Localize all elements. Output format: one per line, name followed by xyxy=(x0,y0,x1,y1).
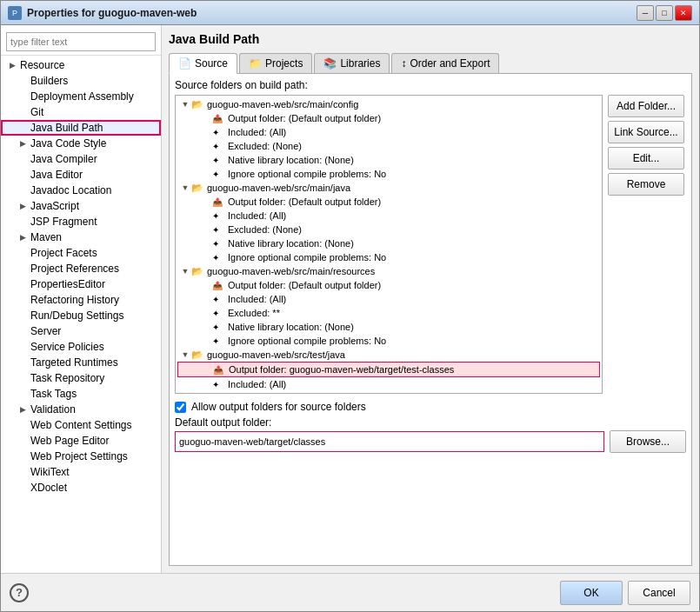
default-folder-input[interactable] xyxy=(175,431,604,452)
add-folder-button[interactable]: Add Folder... xyxy=(608,95,684,117)
tree-text-native3: Native library location: (None) xyxy=(228,322,354,332)
sidebar-item-targeted-runtimes[interactable]: Targeted Runtimes xyxy=(1,355,161,370)
sidebar-item-java-editor[interactable]: Java Editor xyxy=(1,167,161,183)
tree-row-ignore2[interactable]: ✦Ignore optional compile problems: No xyxy=(177,250,600,264)
minimize-button[interactable]: ─ xyxy=(637,5,654,21)
tree-row-src-main-config[interactable]: ▼📂guoguo-maven-web/src/main/config xyxy=(177,97,600,111)
sidebar-label-refactoring-history: Refactoring History xyxy=(30,294,119,306)
link-source-button[interactable]: Link Source... xyxy=(608,121,684,143)
tree-expander-ignore1 xyxy=(200,168,212,180)
sidebar-item-web-content-settings[interactable]: Web Content Settings xyxy=(1,417,161,433)
cancel-button[interactable]: Cancel xyxy=(628,581,690,605)
tree-expander-src-test-java[interactable]: ▼ xyxy=(179,349,191,361)
tab-order-export[interactable]: ↕ Order and Export xyxy=(391,53,499,73)
tree-expander-native1 xyxy=(200,154,212,166)
ok-button[interactable]: OK xyxy=(560,581,623,605)
close-button[interactable]: ✕ xyxy=(675,5,692,21)
sidebar-item-properties-editor[interactable]: PropertiesEditor xyxy=(1,276,161,292)
sidebar-item-javadoc-location[interactable]: Javadoc Location xyxy=(1,183,161,198)
sidebar-label-validation: Validation xyxy=(30,403,76,416)
tree-row-included2[interactable]: ✦Included: (All) xyxy=(177,209,600,223)
sidebar-item-resource[interactable]: ▶Resource xyxy=(1,57,161,73)
tree-row-native1[interactable]: ✦Native library location: (None) xyxy=(177,153,600,167)
tree-expander-src-main-config[interactable]: ▼ xyxy=(179,98,191,110)
tree-row-ignore3[interactable]: ✦Ignore optional compile problems: No xyxy=(177,334,600,348)
help-icon[interactable]: ? xyxy=(10,583,29,602)
tree-expander-src-main-resources[interactable]: ▼ xyxy=(179,265,191,277)
tree-row-included1[interactable]: ✦Included: (All) xyxy=(177,125,600,139)
sidebar-item-service-policies[interactable]: Service Policies xyxy=(1,339,161,355)
maximize-button[interactable]: □ xyxy=(656,5,673,21)
libraries-tab-icon: 📚 xyxy=(323,57,337,70)
remove-button[interactable]: Remove xyxy=(608,173,684,196)
tree-icon-excluded2: ✦ xyxy=(212,223,226,236)
tab-source[interactable]: 📄 Source xyxy=(169,53,237,74)
sidebar-item-java-build-path[interactable]: Java Build Path xyxy=(1,120,161,136)
sidebar-item-xdoclet[interactable]: XDoclet xyxy=(1,480,161,496)
allow-output-checkbox[interactable] xyxy=(175,402,186,413)
tree-row-src-test-java[interactable]: ▼📂guoguo-maven-web/src/test/java xyxy=(177,348,600,362)
tree-row-native3[interactable]: ✦Native library location: (None) xyxy=(177,320,600,334)
tree-row-output4[interactable]: 📤Output folder: guoguo-maven-web/target/… xyxy=(177,362,600,377)
browse-button[interactable]: Browse... xyxy=(610,430,686,453)
allow-output-label: Allow output folders for source folders xyxy=(191,401,366,413)
tree-row-ignore1[interactable]: ✦Ignore optional compile problems: No xyxy=(177,167,600,181)
tree-text-excluded2: Excluded: (None) xyxy=(228,224,302,235)
edit-button[interactable]: Edit... xyxy=(608,147,684,170)
sidebar-label-java-editor: Java Editor xyxy=(30,169,83,181)
sidebar-item-maven[interactable]: ▶Maven xyxy=(1,230,161,245)
sidebar-item-java-code-style[interactable]: ▶Java Code Style xyxy=(1,136,161,151)
filter-input[interactable] xyxy=(6,32,156,51)
tree-icon-excluded1: ✦ xyxy=(212,140,226,152)
main-window: P Properties for guoguo-maven-web ─ □ ✕ … xyxy=(0,0,700,612)
tree-row-included4[interactable]: ✦Included: (All) xyxy=(177,377,600,391)
title-bar: P Properties for guoguo-maven-web ─ □ ✕ xyxy=(1,1,699,25)
tree-row-output3[interactable]: 📤Output folder: (Default output folder) xyxy=(177,278,600,292)
tree-row-native2[interactable]: ✦Native library location: (None) xyxy=(177,236,600,250)
tree-area[interactable]: ▼📂guoguo-maven-web/src/main/config📤Outpu… xyxy=(175,95,603,394)
sidebar-item-wikitext[interactable]: WikiText xyxy=(1,464,161,480)
tree-expander-native3 xyxy=(200,321,212,333)
tree-row-excluded2[interactable]: ✦Excluded: (None) xyxy=(177,223,600,236)
sidebar-item-validation[interactable]: ▶Validation xyxy=(1,402,161,417)
tree-icon-output3: 📤 xyxy=(212,279,226,291)
tree-icon-ignore2: ✦ xyxy=(212,251,226,263)
sidebar-item-builders[interactable]: Builders xyxy=(1,73,161,89)
sidebar-item-refactoring-history[interactable]: Refactoring History xyxy=(1,292,161,308)
sidebar-item-project-references[interactable]: Project References xyxy=(1,261,161,276)
sidebar-item-jsp-fragment[interactable]: JSP Fragment xyxy=(1,214,161,230)
tree-row-excluded3[interactable]: ✦Excluded: ** xyxy=(177,306,600,320)
tree-row-included3[interactable]: ✦Included: (All) xyxy=(177,292,600,306)
bottom-buttons: OK Cancel xyxy=(560,581,690,605)
tree-row-src-main-resources[interactable]: ▼📂guoguo-maven-web/src/main/resources xyxy=(177,264,600,278)
sidebar-item-task-tags[interactable]: Task Tags xyxy=(1,386,161,402)
tree-row-excluded1[interactable]: ✦Excluded: (None) xyxy=(177,139,600,153)
sidebar-item-task-repository[interactable]: Task Repository xyxy=(1,370,161,386)
sidebar-arrow-validation: ▶ xyxy=(18,405,27,414)
sidebar-item-server[interactable]: Server xyxy=(1,323,161,339)
tabs-bar: 📄 Source 📁 Projects 📚 Libraries ↕ Order … xyxy=(169,53,692,73)
tree-icon-ignore1: ✦ xyxy=(212,168,226,180)
tree-row-output2[interactable]: 📤Output folder: (Default output folder) xyxy=(177,195,600,209)
tree-row-output1[interactable]: 📤Output folder: (Default output folder) xyxy=(177,111,600,125)
sidebar-arrow-javascript: ▶ xyxy=(18,202,27,210)
sidebar-item-web-page-editor[interactable]: Web Page Editor xyxy=(1,433,161,449)
tab-libraries[interactable]: 📚 Libraries xyxy=(314,53,390,73)
tree-text-native2: Native library location: (None) xyxy=(228,238,354,249)
sidebar-item-java-compiler[interactable]: Java Compiler xyxy=(1,151,161,167)
tree-icon-output2: 📤 xyxy=(212,196,226,208)
tree-row-src-main-java[interactable]: ▼📂guoguo-maven-web/src/main/java xyxy=(177,181,600,195)
sidebar-label-resource: Resource xyxy=(20,59,64,71)
sidebar-item-git[interactable]: Git xyxy=(1,104,161,120)
tree-expander-src-main-java[interactable]: ▼ xyxy=(179,182,191,194)
sidebar-item-web-project-settings[interactable]: Web Project Settings xyxy=(1,449,161,464)
sidebar-label-web-project-settings: Web Project Settings xyxy=(30,450,128,462)
sidebar-item-run-debug-settings[interactable]: Run/Debug Settings xyxy=(1,308,161,323)
sidebar-item-project-facets[interactable]: Project Facets xyxy=(1,245,161,261)
sidebar-item-deployment-assembly[interactable]: Deployment Assembly xyxy=(1,89,161,104)
sidebar-label-java-code-style: Java Code Style xyxy=(30,137,106,150)
projects-tab-icon: 📁 xyxy=(249,57,262,70)
tree-text-ignore2: Ignore optional compile problems: No xyxy=(228,252,386,263)
sidebar-item-javascript[interactable]: ▶JavaScript xyxy=(1,198,161,214)
tab-projects[interactable]: 📁 Projects xyxy=(239,53,312,73)
